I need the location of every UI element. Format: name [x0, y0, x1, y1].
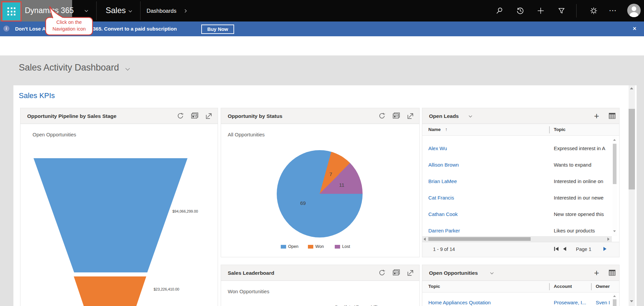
- list-scrollbar-thumb[interactable]: [613, 144, 616, 184]
- pie-value-open: 69: [300, 200, 306, 206]
- legend-won-swatch: [308, 245, 313, 249]
- axis-hint-label: Sum (Actual Revenue) ($): [335, 305, 378, 306]
- panel-title: Opportunity by Status: [228, 113, 282, 119]
- list-title-chevron-icon[interactable]: [490, 271, 494, 274]
- lead-topic: Interested in our newe: [554, 195, 611, 201]
- nav-area-name[interactable]: Dashboards: [147, 8, 176, 14]
- panel-title: Opportunity Pipeline by Sales Stage: [27, 113, 116, 119]
- funnel-value-label: $94,066,299.00: [172, 209, 198, 213]
- column-divider[interactable]: [549, 283, 550, 290]
- opportunity-account-link[interactable]: Proseware, I...: [554, 300, 590, 305]
- add-plus-icon[interactable]: [534, 0, 547, 21]
- scroll-up-icon[interactable]: [613, 139, 616, 141]
- nav-separator: [576, 4, 577, 17]
- waffle-nav-icon[interactable]: [1, 1, 21, 21]
- expand-chart-icon[interactable]: [407, 269, 414, 276]
- column-header-account[interactable]: Account: [554, 284, 572, 289]
- dashboard-title[interactable]: Sales Activity Dashboard: [19, 62, 119, 73]
- banner-close-icon[interactable]: ✕: [633, 26, 637, 31]
- list-scrollbar-thumb[interactable]: [613, 299, 616, 306]
- next-page-icon[interactable]: [603, 247, 607, 251]
- expand-chart-icon[interactable]: [206, 113, 212, 119]
- info-icon: i: [3, 26, 9, 32]
- scroll-up-icon[interactable]: [613, 295, 616, 297]
- legend-open-swatch: [281, 245, 286, 249]
- chart-subtitle: All Opportunities: [228, 132, 265, 137]
- callout-text-line1: Click on the: [46, 19, 93, 25]
- column-header-topic[interactable]: Topic: [428, 284, 440, 289]
- legend-won-label: Won: [315, 244, 324, 249]
- funnel-chart[interactable]: [20, 148, 218, 306]
- pie-value-won: 7: [329, 171, 332, 177]
- column-divider[interactable]: [591, 283, 592, 290]
- hscrollbar-thumb[interactable]: [428, 237, 531, 241]
- scroll-up-icon[interactable]: [630, 87, 633, 89]
- column-divider[interactable]: [549, 126, 550, 133]
- open-grid-icon[interactable]: [609, 113, 615, 119]
- scroll-right-icon[interactable]: [607, 237, 609, 241]
- previous-page-icon[interactable]: [562, 247, 567, 251]
- list-title-chevron-icon[interactable]: [469, 114, 472, 118]
- lead-name-link[interactable]: Brian LaMee: [428, 178, 457, 184]
- opportunity-owner-link[interactable]: Sven I: [596, 300, 611, 305]
- buy-now-button[interactable]: Buy Now: [201, 25, 234, 34]
- add-record-icon[interactable]: +: [594, 111, 599, 121]
- recent-clock-icon[interactable]: [514, 0, 527, 21]
- scroll-left-icon[interactable]: [424, 237, 426, 241]
- callout-text-line2: Navigation icon: [46, 26, 93, 32]
- column-header-owner[interactable]: Owner: [596, 284, 610, 289]
- page-label: Page 1: [576, 247, 591, 252]
- column-header-name[interactable]: Name: [428, 127, 441, 132]
- list-horizontal-scrollbar[interactable]: [422, 236, 612, 242]
- refresh-chart-icon[interactable]: [177, 113, 184, 119]
- list-title[interactable]: Open Opportunities: [429, 270, 478, 276]
- add-record-icon[interactable]: +: [594, 268, 599, 278]
- first-page-icon[interactable]: [554, 247, 559, 251]
- section-heading: Sales KPIs: [19, 91, 55, 100]
- panel-open-leads: Open Leads + Name ↑ Topic Alex Wu Expres…: [422, 108, 620, 257]
- area-chevron-right-icon[interactable]: [183, 9, 187, 13]
- view-records-icon[interactable]: [393, 269, 400, 276]
- refresh-chart-icon[interactable]: [379, 113, 385, 119]
- lead-topic: Likes our products: [554, 228, 611, 233]
- panel-open-opportunities: Open Opportunities + Topic Account Owner…: [422, 265, 620, 306]
- settings-gear-icon[interactable]: [587, 0, 600, 21]
- main-scrollbar[interactable]: [629, 85, 635, 306]
- lead-name-link[interactable]: Allison Brown: [428, 162, 459, 168]
- list-title[interactable]: Open Leads: [429, 113, 459, 119]
- lead-topic: Wants to expand: [554, 162, 611, 168]
- sort-ascending-icon: ↑: [445, 127, 447, 132]
- legend-lost-swatch: [335, 245, 340, 249]
- view-records-icon[interactable]: [191, 113, 198, 119]
- nav-module-name[interactable]: Sales: [106, 6, 126, 15]
- lead-name-link[interactable]: Alex Wu: [428, 145, 447, 151]
- list-vertical-scrollbar[interactable]: [612, 136, 617, 236]
- legend-lost-label: Lost: [342, 244, 350, 249]
- module-chevron-down-icon[interactable]: [129, 9, 132, 12]
- lead-name-link[interactable]: Darren Parker: [428, 228, 460, 233]
- lead-name-link[interactable]: Cat Francis: [428, 195, 454, 201]
- filter-funnel-icon[interactable]: [555, 0, 568, 21]
- list-vertical-scrollbar[interactable]: [612, 293, 617, 306]
- tutorial-callout: Click on the Navigation icon: [44, 2, 99, 37]
- open-grid-icon[interactable]: [609, 270, 615, 276]
- pie-chart[interactable]: [277, 150, 363, 237]
- command-toolbar: SAVE AS NEW SET AS DEFAULT REFRESH ALL: [0, 36, 644, 55]
- more-ellipsis-icon[interactable]: ···: [606, 0, 620, 21]
- refresh-chart-icon[interactable]: [379, 269, 385, 276]
- lead-name-link[interactable]: Cathan Cook: [428, 211, 458, 217]
- scroll-down-icon[interactable]: [630, 300, 633, 302]
- view-records-icon[interactable]: [393, 113, 400, 119]
- search-icon[interactable]: [493, 0, 506, 21]
- panel-title: Sales Leaderboard: [228, 270, 274, 276]
- avatar[interactable]: [627, 4, 641, 17]
- panel-opportunity-by-status: Opportunity by Status All Opportunities …: [221, 108, 420, 257]
- lead-topic: Interested in online on: [554, 178, 611, 184]
- column-header-topic[interactable]: Topic: [554, 127, 566, 132]
- pie-value-lost: 11: [339, 182, 344, 188]
- scroll-down-icon[interactable]: [613, 230, 616, 232]
- funnel-value-label: $23,226,410.00: [154, 287, 179, 291]
- expand-chart-icon[interactable]: [407, 113, 414, 119]
- main-scrollbar-thumb[interactable]: [629, 109, 635, 189]
- opportunity-topic-link[interactable]: Home Appliances Quotation: [428, 300, 547, 305]
